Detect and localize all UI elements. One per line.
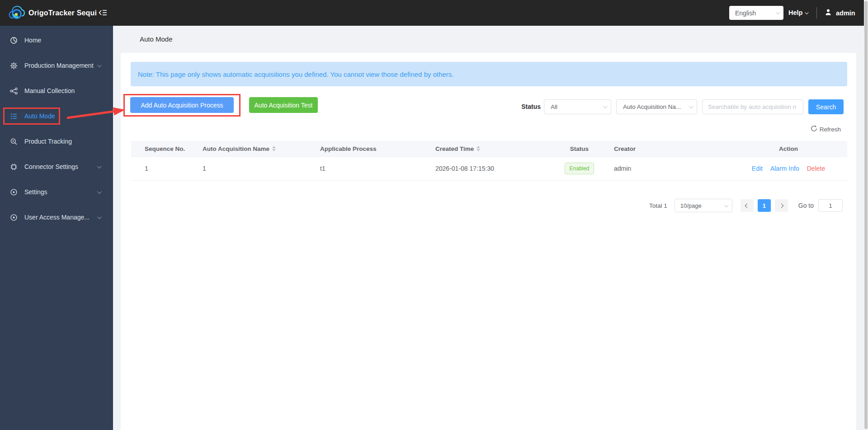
alarm-info-link[interactable]: Alarm Info [770,165,799,172]
pagination-total: Total 1 [649,202,667,209]
page-size-value: 10/page [680,202,724,209]
status-filter-value: All [551,103,603,110]
sidebar-item-home[interactable]: Home [0,28,113,53]
column-header-process: Applicable Process [316,145,431,152]
chevron-down-icon [689,104,693,108]
add-auto-acquisition-process-button[interactable]: Add Auto Acquisition Process [130,97,234,113]
status-filter-select[interactable]: All [544,99,611,114]
list-icon [9,112,18,120]
user-menu[interactable]: admin [825,0,855,26]
goto-page-input[interactable] [818,199,843,212]
collapse-sidebar-icon[interactable] [99,9,108,17]
search-button[interactable]: Search [808,99,844,114]
dashboard-icon [9,36,18,44]
cell-actions: Edit Alarm Info Delete [730,165,847,172]
flow-icon [9,87,18,95]
chevron-down-icon [805,10,809,14]
cell-name: 1 [198,165,316,172]
chevron-down-icon [97,189,102,194]
note-text: Note: This page only shows automatic acq… [138,70,454,78]
sidebar-item-connector-settings[interactable]: Connector Settings [0,154,113,179]
cell-status: Enabled [556,163,603,174]
circle-dot-icon [9,188,18,196]
table-header-row: Sequence No. Auto Acquisition Name Appli… [131,141,847,157]
tracking-icon [9,137,18,145]
status-badge: Enabled [565,163,594,174]
cell-sequence: 1 [131,165,198,172]
prev-page-button[interactable] [741,199,754,212]
sort-icon[interactable] [476,146,480,151]
table-row: 1 1 t1 2026-01-08 17:15:30 Enabled admin… [131,157,847,181]
column-header-creator: Creator [603,145,730,152]
sidebar-item-settings[interactable]: Settings [0,179,113,205]
refresh-icon [811,125,817,133]
page-title: Auto Mode [140,35,173,43]
cell-process: t1 [316,165,431,172]
sidebar: Home Production Management Manual Collec… [0,26,113,430]
pagination: Total 1 10/page 1 Go to [649,199,843,212]
column-header-action: Action [730,145,847,152]
sidebar-item-label: Settings [24,188,47,196]
search-field-select[interactable]: Auto Acquisition Na... [616,99,697,114]
topbar: OrigoTracker Sequi English Help [0,0,868,26]
chip-icon [9,163,18,171]
language-select-value: English [735,9,776,17]
note-banner: Note: This page only shows automatic acq… [131,62,847,86]
chevron-left-icon [745,203,749,208]
refresh-label: Refresh [820,126,841,133]
search-field-value: Auto Acquisition Na... [623,103,689,110]
sidebar-item-label: User Access Manage... [24,214,90,221]
refresh-button[interactable]: Refresh [811,125,841,133]
next-page-button[interactable] [775,199,788,212]
chevron-down-icon [776,10,780,14]
chevron-down-icon [724,203,729,207]
chevron-right-icon [779,203,783,208]
sidebar-item-auto-mode[interactable]: Auto Mode [0,103,113,129]
acquisitions-table: Sequence No. Auto Acquisition Name Appli… [131,141,847,181]
delete-link[interactable]: Delete [807,165,825,172]
edit-link[interactable]: Edit [752,165,763,172]
sidebar-item-label: Production Management [24,62,94,69]
gear-icon [9,61,18,70]
status-filter-label: Status [520,99,541,114]
sidebar-item-label: Product Tracking [24,138,72,145]
column-header-status: Status [556,145,603,152]
chevron-down-icon [603,104,608,108]
cell-creator: admin [603,165,730,172]
column-header-sequence: Sequence No. [131,145,198,152]
vertical-scrollbar[interactable] [864,0,868,430]
app-window: OrigoTracker Sequi English Help [0,0,868,430]
sidebar-item-label: Home [24,37,41,44]
column-header-name[interactable]: Auto Acquisition Name [198,145,316,152]
cell-created: 2026-01-08 17:15:30 [431,165,556,172]
user-icon [825,9,832,18]
sidebar-item-manual-collection[interactable]: Manual Collection [0,78,113,103]
help-menu[interactable]: Help [788,0,807,26]
sort-icon[interactable] [272,146,276,151]
chevron-down-icon [97,63,102,67]
current-page-button[interactable]: 1 [758,199,771,212]
content-card: Note: This page only shows automatic acq… [121,53,856,430]
page-size-select[interactable]: 10/page [675,199,732,212]
help-label: Help [788,0,802,26]
sidebar-item-product-tracking[interactable]: Product Tracking [0,129,113,154]
language-select[interactable]: English [729,6,783,20]
column-header-created[interactable]: Created Time [431,145,556,152]
brand-title: OrigoTracker Sequi [28,0,97,26]
sidebar-item-label: Connector Settings [24,163,78,170]
goto-label: Go to [798,202,814,209]
topbar-divider [816,7,817,19]
circle-dot-icon [9,213,18,221]
app-logo-icon [7,4,26,23]
main-content: Auto Mode Note: This page only shows aut… [113,26,868,430]
sidebar-item-label: Auto Mode [24,112,55,120]
search-input[interactable] [702,99,803,114]
auto-acquisition-test-button[interactable]: Auto Acquisition Test [249,97,318,113]
sidebar-item-label: Manual Collection [24,87,75,94]
chevron-down-icon [97,164,102,168]
scrollbar-thumb[interactable] [864,1,868,429]
username: admin [836,9,855,17]
sidebar-item-production-management[interactable]: Production Management [0,53,113,78]
sidebar-item-user-access-management[interactable]: User Access Manage... [0,205,113,230]
chevron-down-icon [97,215,102,219]
